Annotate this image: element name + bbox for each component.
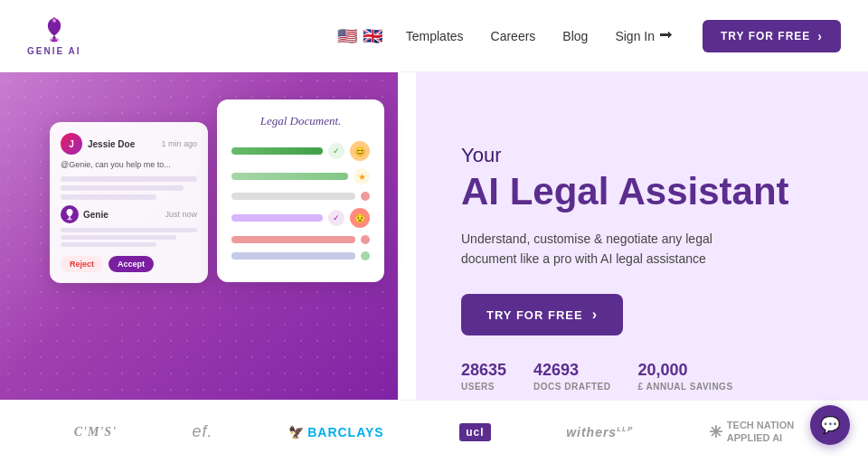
hero-stats: 28635 USERS 42693 DOCS DRAFTED 20,000 £ …	[461, 361, 823, 392]
genie-line-3	[61, 242, 156, 247]
stat-users-label: USERS	[461, 382, 506, 392]
stat-docs-number: 42693	[533, 361, 610, 380]
flag-us-icon[interactable]: 🇺🇸	[337, 26, 357, 46]
chat-lines	[61, 176, 197, 200]
genie-time: Just now	[165, 210, 197, 219]
chat-message: @Genie, can you help me to...	[61, 160, 197, 169]
chat-line-2	[61, 185, 184, 191]
genie-line-1	[61, 228, 197, 232]
nav-links: 🇺🇸 🇬🇧 Templates Careers Blog Sign In ⮕	[337, 26, 684, 46]
genie-logo-icon	[40, 15, 69, 44]
doc-bar-red	[231, 236, 355, 243]
doc-row-3	[231, 192, 370, 201]
doc-row-6	[231, 251, 370, 260]
hero-cta-arrow-icon: ›	[592, 307, 598, 323]
doc-row-1: ✓ 😊	[231, 141, 370, 161]
doc-bar-indigo	[231, 252, 355, 260]
doc-row-5	[231, 235, 370, 244]
doc-badge-star: ★	[354, 168, 370, 184]
doc-badge-purple-check: ✓	[328, 210, 344, 226]
brand-ucl: ucl	[459, 423, 490, 441]
chat-line-1	[61, 176, 197, 182]
genie-name: Genie	[83, 210, 108, 220]
nav-try-free-button[interactable]: TRY FOR FREE ›	[703, 20, 841, 52]
stat-docs-label: DOCS DRAFTED	[533, 382, 610, 392]
stat-savings-number: 20,000	[638, 361, 733, 380]
svg-point-3	[51, 39, 57, 42]
doc-badge-check: ✓	[328, 143, 344, 159]
doc-face-sad-icon: 😟	[350, 208, 370, 228]
genie-row: Genie Just now	[61, 205, 197, 223]
hero-your-text: Your	[461, 144, 823, 167]
stat-savings-label: £ ANNUAL SAVINGS	[638, 382, 733, 392]
doc-badge-red2	[361, 235, 370, 244]
reject-button[interactable]: Reject	[61, 256, 103, 272]
svg-point-5	[67, 219, 72, 221]
brand-cms: C'M'S'	[74, 425, 117, 439]
nav-templates[interactable]: Templates	[395, 29, 475, 43]
nav-blog[interactable]: Blog	[552, 29, 599, 43]
navbar: GENIE AI 🇺🇸 🇬🇧 Templates Careers Blog Si…	[0, 0, 868, 72]
doc-bar-purple2	[231, 214, 323, 222]
stat-savings: 20,000 £ ANNUAL SAVINGS	[638, 361, 733, 392]
nav-careers[interactable]: Careers	[480, 29, 547, 43]
try-arrow-icon: ›	[817, 29, 823, 43]
user-avatar: J	[61, 133, 82, 155]
logo-area: GENIE AI	[27, 15, 81, 56]
doc-badge-green	[361, 251, 370, 260]
accept-button[interactable]: Accept	[108, 256, 154, 272]
doc-bar-green	[231, 147, 323, 155]
doc-badge-red	[361, 192, 370, 201]
chat-user-time: 1 min ago	[161, 139, 197, 148]
stat-docs: 42693 DOCS DRAFTED	[533, 361, 610, 392]
doc-face-icon: 😊	[350, 141, 370, 161]
signin-icon: ⮕	[659, 28, 674, 44]
brand-ef: ef.	[193, 422, 213, 441]
doc-row-2: ★	[231, 168, 370, 184]
chat-line-3	[61, 194, 156, 200]
nav-signin[interactable]: Sign In ⮕	[604, 28, 684, 44]
doc-bar-lightgreen	[231, 173, 348, 180]
brands-bar: C'M'S' ef. 🦅BARCLAYS ucl withersLLP ✳ TE…	[0, 400, 868, 463]
doc-title: Legal Document.	[231, 114, 370, 128]
genie-lines	[61, 228, 197, 247]
doc-row-4: ✓ 😟	[231, 208, 370, 228]
genie-line-2	[61, 235, 176, 240]
logo-text: GENIE AI	[27, 46, 81, 56]
chat-actions: Reject Accept	[61, 256, 197, 272]
genie-avatar	[61, 205, 79, 223]
chat-user-name: Jessie Doe	[88, 139, 135, 149]
chat-support-bubble[interactable]: 💬	[810, 405, 850, 445]
legal-document-card: Legal Document. ✓ 😊 ★ ✓ 😟	[217, 99, 384, 282]
hero-headline: AI Legal Assistant	[461, 171, 823, 213]
chat-user-row: J Jessie Doe 1 min ago	[61, 133, 197, 155]
tech-nation-icon: ✳	[709, 422, 722, 442]
hero-try-free-button[interactable]: TRY FOR FREE ›	[461, 294, 623, 335]
tech-nation-label1: TECH NATION	[727, 420, 794, 431]
barclays-eagle-icon: 🦅	[288, 425, 305, 439]
stat-users: 28635 USERS	[461, 361, 506, 392]
brand-tech-nation: ✳ TECH NATION APPLIED AI	[709, 420, 794, 443]
hero-description: Understand, customise & negotiate any le…	[461, 229, 741, 269]
flag-uk-icon[interactable]: 🇬🇧	[363, 26, 382, 46]
brand-withers: withersLLP	[566, 425, 633, 439]
tech-nation-label2: APPLIED AI	[727, 432, 794, 444]
chat-support-icon: 💬	[820, 415, 840, 435]
stat-users-number: 28635	[461, 361, 506, 380]
chat-card: J Jessie Doe 1 min ago @Genie, can you h…	[50, 122, 208, 283]
brand-barclays: 🦅BARCLAYS	[288, 425, 384, 439]
doc-bar-gray	[231, 193, 355, 200]
